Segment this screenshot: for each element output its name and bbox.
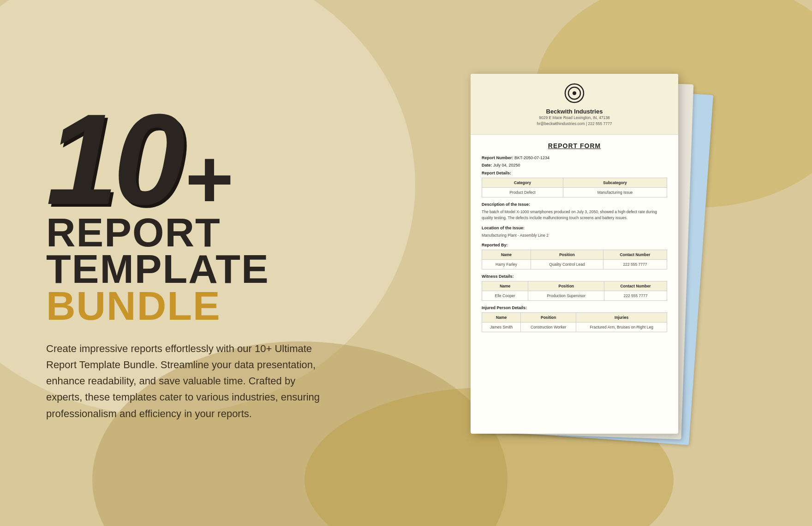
witness-label: Witness Details:	[482, 274, 667, 279]
inj-header-1: Name	[482, 313, 521, 323]
rep-name: Harry Farley	[482, 260, 531, 269]
cat-header-2: Subcategory	[563, 178, 667, 188]
inj-header-2: Position	[521, 313, 576, 323]
report-details-text: Report Details:	[482, 171, 511, 175]
report-details-label: Report Details:	[482, 170, 667, 177]
company-name: Beckwith Industries	[484, 108, 664, 115]
injured-label: Injured Person Details:	[482, 305, 667, 310]
doc-body: REPORT FORM Report Number: BKT-2050-07-1…	[471, 135, 678, 345]
rep-header-1: Name	[482, 250, 531, 260]
date-value: July 04, 20250	[493, 163, 520, 167]
main-document: Beckwith Industries 9029 E Mace Road Lex…	[471, 74, 678, 434]
categories-table: Category Subcategory Product Defect Manu…	[482, 178, 667, 197]
document-stack: Beckwith Industries 9029 E Mace Road Lex…	[471, 74, 692, 452]
big-number: 10	[46, 104, 180, 214]
location-content: Manufacturing Plant - Assembly Line 2	[482, 233, 667, 239]
subcategory-cell: Manufacturing Issue	[563, 188, 667, 197]
report-number-value: BKT-2050-07-1234	[514, 155, 549, 160]
inj-position: Construction Worker	[521, 323, 576, 332]
company-contact: hr@beckwithindustries.com | 222 555 7777	[484, 121, 664, 127]
doc-title: REPORT FORM	[482, 142, 667, 149]
table-row: James Smith Construction Worker Fracture…	[482, 323, 667, 332]
injured-table: Name Position Injuries James Smith Const…	[482, 312, 667, 332]
witness-table: Name Position Contact Number Elle Cooper…	[482, 281, 667, 301]
company-logo-icon	[564, 83, 585, 103]
svg-point-2	[573, 91, 576, 95]
wit-header-2: Position	[528, 281, 604, 291]
rep-position: Quality Control Lead	[531, 260, 603, 269]
date-label: Date:	[482, 163, 492, 167]
wit-header-1: Name	[482, 281, 528, 291]
wit-header-3: Contact Number	[604, 281, 667, 291]
cat-header-1: Category	[482, 178, 563, 188]
inj-name: James Smith	[482, 323, 521, 332]
reported-by-label: Reported By:	[482, 243, 667, 247]
table-row: Harry Farley Quality Control Lead 222 55…	[482, 260, 667, 269]
right-panel: Beckwith Industries 9029 E Mace Road Lex…	[397, 0, 812, 526]
report-line: REPORT	[46, 214, 388, 251]
company-address: 9029 E Mace Road Lexington, IN, 47138	[484, 115, 664, 121]
report-number-row: Report Number: BKT-2050-07-1234	[482, 155, 667, 161]
rep-header-2: Position	[531, 250, 603, 260]
bundle-text: BUNDLE	[46, 283, 221, 329]
template-line: TEMPLATE BUNDLE	[46, 251, 388, 323]
rep-contact: 222 555 7777	[603, 260, 667, 269]
rep-header-3: Contact Number	[603, 250, 667, 260]
report-number-label: Report Number:	[482, 155, 513, 160]
date-row: Date: July 04, 20250	[482, 162, 667, 169]
inj-header-3: Injuries	[576, 313, 667, 323]
big-number-row: 10 +	[46, 104, 388, 214]
reported-by-table: Name Position Contact Number Harry Farle…	[482, 250, 667, 269]
table-row: Elle Cooper Production Supervisor 222 55…	[482, 291, 667, 301]
left-panel: 10 + REPORT TEMPLATE BUNDLE Create impre…	[28, 0, 406, 526]
description-label: Description of the Issue:	[482, 202, 667, 207]
table-row: Product Defect Manufacturing Issue	[482, 188, 667, 197]
wit-contact: 222 555 7777	[604, 291, 667, 301]
category-cell: Product Defect	[482, 188, 563, 197]
wit-name: Elle Cooper	[482, 291, 528, 301]
inj-injuries: Fractured Arm, Bruises on Right Leg	[576, 323, 667, 332]
doc-header: Beckwith Industries 9029 E Mace Road Lex…	[471, 74, 678, 135]
description-content: The batch of Model X-1000 smartphones pr…	[482, 209, 667, 221]
wit-position: Production Supervisor	[528, 291, 604, 301]
plus-sign: +	[185, 143, 233, 214]
location-label: Location of the Issue:	[482, 226, 667, 230]
description-text: Create impressive reports effortlessly w…	[46, 341, 332, 422]
